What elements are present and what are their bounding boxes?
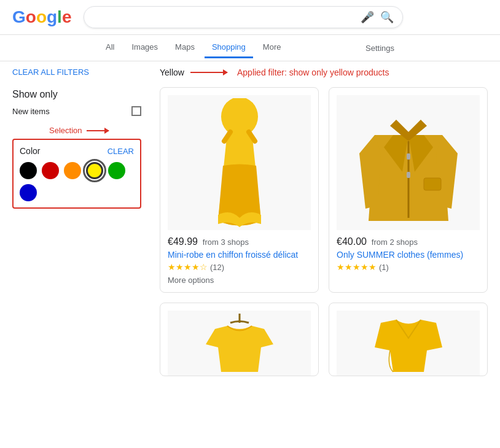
review-count-2: (1) — [379, 263, 389, 272]
svg-point-0 — [221, 98, 258, 136]
stars-2: ★★★★★ — [337, 262, 377, 272]
product-image-3 — [168, 311, 311, 376]
new-items-row: New items — [12, 106, 141, 116]
search-input[interactable]: Summer tops for women — [93, 12, 361, 23]
product-card-3[interactable] — [160, 303, 319, 376]
main-layout: CLEAR ALL FILTERS Show only New items Se… — [0, 61, 500, 382]
color-swatches-row2 — [20, 184, 134, 201]
new-items-label: New items — [12, 107, 50, 116]
color-swatch-blue[interactable] — [20, 184, 37, 201]
product-price-row-2: €40.00 from 2 shops — [337, 236, 480, 247]
product-card-2[interactable]: €40.00 from 2 shops Only SUMMER clothes … — [329, 87, 488, 293]
product-rating-1: ★★★★☆ (12) — [168, 262, 311, 272]
color-swatch-red[interactable] — [42, 162, 59, 179]
show-only-section: Show only New items Selection Color CLEA… — [12, 89, 141, 209]
product-from-1: from 3 shops — [203, 238, 249, 247]
color-filter-label: Color — [20, 146, 40, 156]
product-image-2 — [337, 95, 480, 230]
color-filter-box: Color CLEAR — [12, 139, 141, 209]
applied-filter-arrow — [190, 72, 231, 73]
product-from-2: from 2 shops — [372, 238, 418, 247]
tshirt-svg — [193, 311, 286, 376]
dress-svg — [193, 98, 286, 227]
product-image-4 — [337, 311, 480, 376]
content-area: Yellow Applied filter: show only yellow … — [154, 68, 488, 376]
color-filter-header: Color CLEAR — [20, 146, 134, 156]
tab-all[interactable]: All — [98, 37, 122, 58]
google-logo: Google — [12, 7, 71, 27]
product-rating-2: ★★★★★ (1) — [337, 262, 480, 272]
show-only-label: Show only — [12, 89, 141, 100]
applied-filter-description: Applied filter: show only yellow product… — [237, 68, 389, 77]
svg-rect-4 — [424, 178, 441, 190]
more-options-1[interactable]: More options — [168, 276, 311, 285]
search-icon[interactable]: 🔍 — [380, 10, 394, 24]
search-bar: Summer tops for women 🎤 🔍 — [84, 6, 403, 28]
svg-rect-6 — [407, 172, 410, 178]
product-card-4[interactable] — [329, 303, 488, 376]
product-card-1[interactable]: €49.99 from 3 shops Mini-robe en chiffon… — [160, 87, 319, 293]
color-swatches — [20, 162, 134, 179]
top-svg — [362, 311, 455, 376]
applied-filter-label: Yellow — [160, 68, 184, 77]
review-count-1: (12) — [210, 263, 224, 272]
product-price-1: €49.99 — [168, 236, 198, 247]
color-swatch-orange[interactable] — [64, 162, 81, 179]
color-swatch-green[interactable] — [108, 162, 125, 179]
stars-1: ★★★★☆ — [168, 262, 208, 272]
product-image-1 — [168, 95, 311, 230]
color-swatch-black[interactable] — [20, 162, 37, 179]
selection-annotation: Selection — [49, 126, 141, 135]
applied-filter-bar: Yellow Applied filter: show only yellow … — [154, 68, 488, 77]
svg-rect-5 — [407, 153, 410, 160]
nav-tabs: All Images Maps Shopping More Settings — [0, 35, 500, 61]
header: Google Summer tops for women 🎤 🔍 — [0, 0, 500, 35]
color-clear-button[interactable]: CLEAR — [107, 147, 134, 156]
jacket-svg — [356, 98, 461, 227]
new-items-checkbox[interactable] — [131, 106, 141, 116]
sidebar: CLEAR ALL FILTERS Show only New items Se… — [12, 68, 154, 376]
tab-maps[interactable]: Maps — [168, 37, 202, 58]
clear-all-filters-link[interactable]: CLEAR ALL FILTERS — [12, 68, 141, 77]
color-swatch-yellow[interactable] — [86, 162, 103, 179]
tab-more[interactable]: More — [256, 37, 289, 58]
microphone-icon[interactable]: 🎤 — [361, 10, 374, 24]
product-title-1[interactable]: Mini-robe en chiffon froissé délicat — [168, 250, 311, 260]
tab-shopping[interactable]: Shopping — [205, 37, 253, 58]
product-title-2[interactable]: Only SUMMER clothes (femmes) — [337, 250, 480, 260]
product-price-row-1: €49.99 from 3 shops — [168, 236, 311, 247]
tab-images[interactable]: Images — [124, 37, 165, 58]
product-grid: €49.99 from 3 shops Mini-robe en chiffon… — [154, 87, 488, 376]
settings-link[interactable]: Settings — [358, 39, 402, 58]
selection-label: Selection — [49, 126, 82, 135]
product-price-2: €40.00 — [337, 236, 367, 247]
